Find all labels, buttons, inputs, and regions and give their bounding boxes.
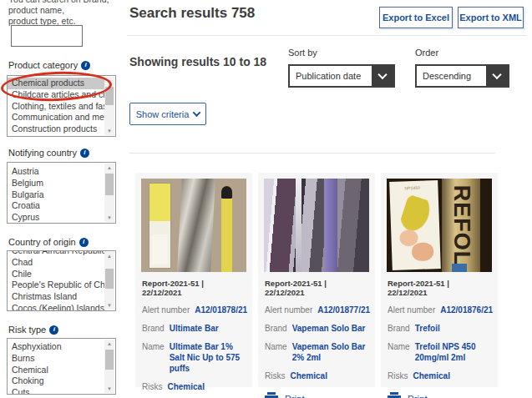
alert-number-value[interactable]: A12/01876/21 (440, 305, 493, 315)
printer-icon (265, 392, 278, 398)
chevron-down-icon (492, 70, 501, 79)
product-photo[interactable]: NPS450 REFOL (387, 179, 492, 272)
scrollbar[interactable]: ▲ ▼ (104, 340, 114, 393)
list-item[interactable]: Cyprus (8, 212, 104, 223)
scroll-down-icon[interactable]: ▼ (104, 214, 114, 222)
risks-value: Chemical (290, 370, 327, 381)
scrollbar[interactable]: ▲ ▼ (104, 164, 114, 222)
result-card: Report-2021-51 | 22/12/2021 Alert number… (135, 173, 252, 387)
filter-sidebar: You can search on Brand, product name, p… (0, 0, 124, 398)
notifying-country-label: Notifying country i (8, 148, 89, 158)
print-link[interactable]: Print (388, 392, 491, 398)
list-item[interactable]: Chile (8, 269, 104, 280)
risks-label: Risks (142, 381, 162, 392)
photo-tube-text: REFOL (448, 185, 474, 266)
scroll-up-icon[interactable]: ▲ (104, 252, 114, 260)
country-of-origin-listbox[interactable]: Central African Republic Chad Chile Peop… (7, 250, 116, 311)
scroll-down-icon[interactable]: ▼ (104, 385, 114, 393)
list-item[interactable]: Clothing, textiles and fashion items (8, 101, 104, 113)
list-item[interactable]: Belgium (8, 178, 104, 189)
search-input[interactable] (11, 25, 83, 47)
list-item[interactable]: Chad (8, 257, 104, 269)
dropdown-button[interactable] (372, 66, 393, 86)
product-photo[interactable] (141, 179, 246, 272)
info-icon[interactable]: i (49, 325, 58, 335)
list-item[interactable]: Central African Republic (8, 250, 104, 257)
search-hint-line1: You can search on Brand, product name, (8, 0, 120, 16)
list-item[interactable]: Asphyxiation (8, 341, 104, 353)
order-select[interactable]: Descending (415, 64, 509, 88)
list-item[interactable]: Construction products (8, 123, 104, 135)
dropdown-button[interactable] (486, 66, 508, 86)
list-item[interactable]: Burns (8, 353, 104, 365)
scroll-down-icon[interactable]: ▼ (104, 301, 114, 310)
brand-value: Vapeman Solo Bar (292, 323, 366, 334)
export-to-xml-button[interactable]: Export to XML (458, 7, 524, 28)
list-item[interactable]: Communication and media equipm (8, 112, 104, 123)
product-photo[interactable] (264, 179, 369, 272)
list-item[interactable]: Christmas Island (8, 291, 104, 303)
alert-number-value[interactable]: A12/01878/21 (195, 305, 247, 315)
scrollbar[interactable]: ▲ ▼ (104, 77, 114, 135)
scrollbar-thumb[interactable] (105, 174, 114, 195)
info-icon[interactable]: i (79, 238, 89, 247)
alert-number-value[interactable]: A12/01877/21 (317, 305, 370, 315)
order-value: Descending (417, 71, 486, 81)
risks-value: Chemical (167, 381, 204, 392)
brand-label: Brand (265, 323, 287, 334)
photo-box-text: NPS450 (404, 185, 420, 191)
sort-by-value: Publication date (290, 71, 372, 81)
risk-type-listbox[interactable]: Asphyxiation Burns Chemical Choking Cuts… (7, 338, 116, 395)
divider (129, 153, 495, 154)
list-item[interactable]: Choking (8, 375, 104, 387)
order-label: Order (415, 48, 438, 58)
list-item[interactable]: People's Republic of China (8, 280, 104, 291)
name-label: Name (142, 341, 165, 374)
list-item[interactable]: Bulgaria (8, 189, 104, 201)
scrollbar-thumb[interactable] (105, 87, 114, 105)
risks-value: Chemical (413, 370, 449, 381)
scrollbar-thumb[interactable] (105, 350, 114, 370)
name-label: Name (265, 341, 287, 363)
brand-value: Trefoil (415, 323, 440, 334)
result-card: NPS450 REFOL Report-2021-51 | 22/12/2021… (381, 173, 498, 387)
sort-by-select[interactable]: Publication date (288, 64, 395, 88)
list-item[interactable]: Chemical products (8, 78, 104, 89)
list-item[interactable]: Austria (8, 166, 104, 178)
result-card: Report-2021-51 | 22/12/2021 Alert number… (258, 173, 375, 387)
product-category-listbox[interactable]: Chemical products Childcare articles and… (7, 75, 116, 137)
name-label: Name (388, 341, 410, 363)
alert-number-label: Alert number (142, 305, 190, 315)
brand-label: Brand (142, 323, 165, 334)
scrollbar[interactable]: ▲ ▼ (104, 252, 114, 310)
scrollbar-thumb[interactable] (105, 269, 114, 289)
page-title: Search results 758 (129, 5, 255, 22)
scroll-up-icon[interactable]: ▲ (104, 164, 114, 172)
list-item[interactable]: Cuts (8, 387, 104, 394)
info-icon[interactable]: i (81, 61, 90, 70)
brand-label: Brand (388, 323, 410, 334)
print-link[interactable]: Print (265, 392, 368, 398)
info-icon[interactable]: i (80, 149, 89, 158)
scroll-up-icon[interactable]: ▲ (104, 340, 114, 348)
sort-by-label: Sort by (288, 48, 317, 58)
alert-number-label: Alert number (265, 305, 312, 315)
brand-value: Ultimate Bar (170, 323, 219, 334)
report-date: Report-2021-51 | 22/12/2021 (265, 279, 368, 297)
printer-icon (388, 392, 401, 398)
report-date: Report-2021-51 | 22/12/2021 (142, 279, 246, 297)
list-item[interactable]: Cocos (Keeling) Islands (8, 303, 104, 310)
report-date: Report-2021-51 | 22/12/2021 (388, 279, 491, 297)
showing-results-text: Showing results 10 to 18 (129, 55, 266, 68)
export-to-excel-button[interactable]: Export to Excel (379, 7, 453, 28)
chevron-down-icon (193, 108, 201, 117)
list-item[interactable]: Chemical (8, 365, 104, 376)
list-item[interactable]: Croatia (8, 200, 104, 212)
notifying-country-listbox[interactable]: Austria Belgium Bulgaria Croatia Cyprus … (7, 162, 116, 224)
show-criteria-button[interactable]: Show criteria (129, 103, 206, 125)
scroll-up-icon[interactable]: ▲ (104, 77, 114, 85)
list-item[interactable]: Childcare articles and children's equ (8, 89, 104, 101)
scroll-down-icon[interactable]: ▼ (104, 127, 114, 135)
risk-type-label: Risk type i (8, 325, 58, 335)
risks-label: Risks (265, 370, 285, 381)
